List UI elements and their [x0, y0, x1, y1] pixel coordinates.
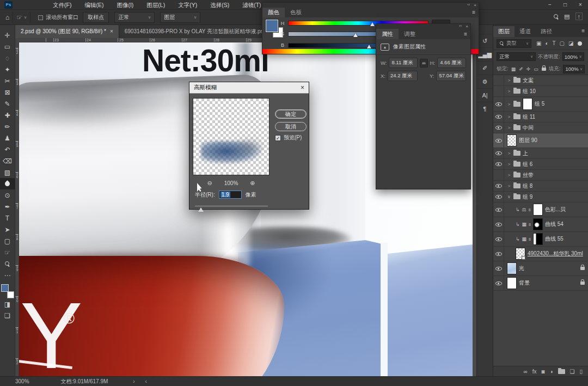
layer-thumbnail[interactable]	[533, 218, 543, 230]
screen-mode-button[interactable]: ❏	[0, 310, 15, 321]
color-tab-0[interactable]: 颜色	[262, 8, 285, 17]
lock-artboard-icon[interactable]: ▭	[534, 66, 538, 72]
search-icon[interactable]	[554, 14, 559, 19]
magic-wand-tool[interactable]: ✦	[0, 64, 15, 75]
frame-tool[interactable]: ⊠	[0, 87, 15, 98]
menu-item-1[interactable]: 编辑(E)	[78, 0, 110, 10]
layer-thumbnail[interactable]	[533, 204, 543, 216]
filter-adjustment-icon[interactable]: ◐	[545, 40, 548, 46]
visibility-cell[interactable]	[493, 122, 504, 133]
radius-input[interactable]: 1.9	[219, 191, 242, 199]
opacity-input[interactable]: 100% ∨	[562, 52, 584, 61]
dialog-close-icon[interactable]: ×	[301, 84, 304, 91]
layer-row[interactable]: >上	[493, 148, 588, 159]
visibility-cell[interactable]	[493, 86, 504, 96]
layer-row[interactable]: ↳▦8曲线 54	[493, 217, 588, 232]
paragraph-panel-icon[interactable]: ¶	[477, 102, 493, 115]
fill-input[interactable]: 100% ∨	[563, 65, 585, 73]
width-input[interactable]: 8.11 厘米	[389, 58, 418, 68]
preview-checkbox[interactable]: ✓	[275, 135, 281, 141]
close-panel-icon[interactable]: ×	[474, 3, 476, 8]
visibility-cell[interactable]	[493, 217, 504, 231]
visibility-cell[interactable]	[493, 112, 504, 122]
ok-button[interactable]: 确定	[275, 109, 307, 119]
tab-close-icon[interactable]: ×	[110, 28, 113, 34]
visibility-cell[interactable]	[493, 181, 504, 191]
filter-smart-icon[interactable]: ◪	[568, 40, 573, 46]
expand-caret-icon[interactable]: ∨	[507, 194, 511, 199]
expand-caret-icon[interactable]: >	[507, 173, 511, 177]
ellipsis-tool[interactable]: ⋯	[0, 269, 15, 281]
visibility-cell[interactable]	[493, 159, 504, 169]
chevron-down-icon[interactable]: ∨	[24, 15, 27, 20]
toolbar-background-swatch[interactable]	[7, 291, 14, 298]
layer-row[interactable]: >中间	[493, 122, 588, 133]
panel-menu-icon[interactable]: ≡	[581, 28, 585, 34]
visibility-cell[interactable]	[493, 192, 504, 202]
layer-filter-type-select[interactable]: 类型 ∨	[497, 39, 531, 48]
dodge-tool[interactable]: ⊙	[0, 189, 15, 201]
lock-move-icon[interactable]: ✛	[526, 66, 531, 72]
expand-caret-icon[interactable]: >	[507, 78, 511, 83]
zoom-out-icon[interactable]: ⊖	[207, 180, 212, 187]
layer-effects-icon[interactable]: fx	[532, 369, 537, 375]
lock-paint-icon[interactable]: ✐	[519, 66, 523, 72]
layer-row[interactable]: ↳⚖8色彩...贝	[493, 203, 588, 217]
brush-tool[interactable]: ✏	[0, 121, 15, 132]
zoom-in-icon[interactable]: ⊕	[250, 180, 255, 187]
pen-tool[interactable]: ✒	[0, 201, 15, 212]
clone-stamp-tool[interactable]: ♟	[0, 132, 15, 144]
filter-type-icon[interactable]: T	[553, 40, 556, 46]
quick-mask-button[interactable]: ◨	[0, 298, 15, 310]
panel-menu-icon[interactable]: ≡	[464, 31, 467, 37]
x-input[interactable]: 24.2 厘米	[388, 71, 418, 81]
new-layer-icon[interactable]: ❏	[570, 369, 575, 375]
visibility-cell[interactable]	[493, 276, 504, 290]
zoom-tool[interactable]	[0, 258, 15, 269]
layer-thumbnail[interactable]	[523, 98, 532, 110]
visibility-cell[interactable]	[493, 170, 504, 180]
visibility-cell[interactable]	[493, 232, 504, 246]
lock-all-icon[interactable]	[542, 68, 546, 71]
move-tool[interactable]: ✛	[0, 29, 15, 41]
slider-handle[interactable]	[353, 33, 358, 37]
layer-row[interactable]: ∨组 9	[493, 192, 588, 203]
layer-thumbnail[interactable]	[533, 233, 543, 245]
zoom-level-field[interactable]: 300%	[15, 378, 29, 384]
toolbar-color-swatches[interactable]	[1, 284, 14, 298]
panel-menu-icon[interactable]: ≡	[472, 9, 475, 15]
visibility-cell[interactable]	[493, 247, 504, 261]
menu-item-2[interactable]: 图像(I)	[110, 0, 140, 10]
expand-caret-icon[interactable]: >	[507, 125, 511, 130]
expand-caret-icon[interactable]: >	[507, 183, 511, 188]
workspace-switcher-icon[interactable]: ▤	[564, 13, 569, 20]
minimize-button[interactable]: −	[542, 0, 558, 10]
layer-row[interactable]: >组 10	[493, 86, 588, 97]
close-button[interactable]: ×	[573, 0, 588, 10]
marquee-tool[interactable]: ▭	[0, 41, 15, 52]
status-menu-arrows[interactable]: › ‹	[133, 378, 151, 384]
close-panel-icon[interactable]: ×	[465, 24, 468, 29]
type-tool[interactable]: T	[0, 212, 15, 224]
lock-transparent-icon[interactable]: ▦	[511, 66, 516, 72]
visibility-cell[interactable]	[493, 148, 504, 158]
scroll-all-checkbox[interactable]	[38, 15, 43, 20]
expand-caret-icon[interactable]: >	[507, 102, 511, 107]
sample-point-field[interactable]: 取样点	[83, 12, 109, 23]
visibility-cell[interactable]	[493, 261, 504, 275]
y-input[interactable]: 57.04 厘米	[436, 71, 466, 81]
healing-brush-tool[interactable]: ✚	[0, 109, 15, 121]
layer-row[interactable]: 图层 90	[493, 133, 588, 148]
expand-caret-icon[interactable]: >	[507, 151, 511, 156]
character-panel-icon[interactable]: A|	[477, 88, 493, 102]
collapse-panel-icon[interactable]: ‹‹	[459, 24, 462, 28]
layers-tab-1[interactable]: 通道	[514, 26, 536, 37]
delete-layer-icon[interactable]: ▯	[579, 369, 583, 375]
visibility-cell[interactable]	[493, 203, 504, 217]
layer-row[interactable]: >组 11	[493, 112, 588, 122]
new-group-icon[interactable]	[558, 369, 565, 374]
link-layers-icon[interactable]: ∞	[524, 369, 528, 375]
path-select-tool[interactable]: ➤	[0, 224, 15, 235]
toolbar-foreground-swatch[interactable]	[1, 284, 9, 292]
document-tab-0[interactable]: 2.psd @ 300% (图层 90, RGB/8#) *×	[15, 25, 119, 38]
